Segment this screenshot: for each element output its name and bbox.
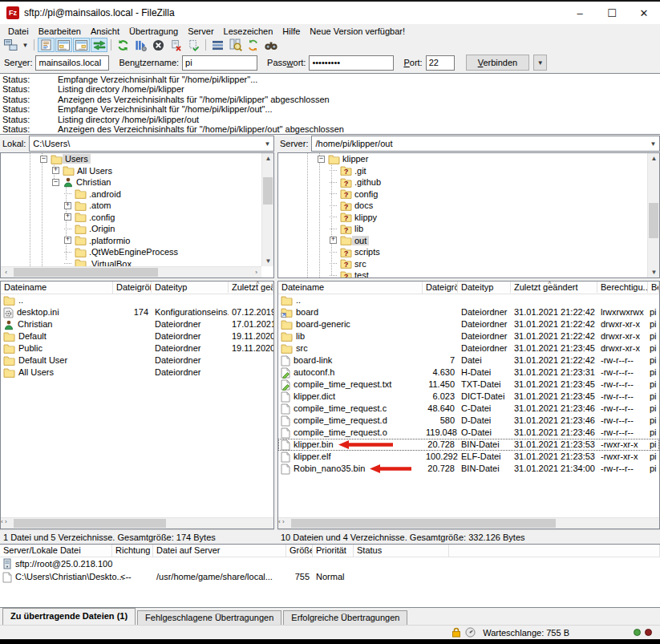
- scrollbar-thumb[interactable]: [14, 519, 166, 528]
- tree-item[interactable]: .Origin: [1, 223, 261, 235]
- column-header[interactable]: Priorität: [313, 545, 354, 557]
- file-row[interactable]: desktop.ini 174 Konfigurationseins... 07…: [1, 306, 273, 318]
- column-header[interactable]: Bes: [648, 281, 659, 293]
- queue-tab-0[interactable]: Zu übertragende Dateien (1): [2, 608, 136, 625]
- scroll-left-icon[interactable]: ‹: [1, 267, 11, 278]
- file-row[interactable]: compile_time_request.txt 11.450 TXT-Date…: [278, 379, 659, 391]
- reconnect-button[interactable]: [185, 38, 202, 52]
- process-queue-button[interactable]: [132, 38, 149, 52]
- tree-item[interactable]: +out: [278, 235, 647, 247]
- file-row[interactable]: Christian Dateiordner 17.01.2021: [1, 318, 273, 330]
- toggle-remote-tree-button[interactable]: [73, 38, 90, 52]
- file-row[interactable]: ..: [1, 294, 273, 306]
- file-row[interactable]: Robin_nano35.bin 20.728 BIN-Datei 31.01.…: [278, 463, 659, 475]
- file-row[interactable]: board-link 7 Datei 31.01.2021 21:22:42 -…: [278, 354, 659, 367]
- tree-item[interactable]: +.platformio: [1, 235, 261, 247]
- column-header[interactable]: Dateityp: [458, 281, 511, 293]
- port-input[interactable]: [426, 55, 455, 71]
- tree-expander-plus-icon[interactable]: +: [52, 167, 59, 174]
- synchronized-browsing-button[interactable]: [245, 38, 261, 52]
- scroll-up-icon[interactable]: ▲: [262, 153, 274, 164]
- remote-list-hscrollbar[interactable]: ‹ ›: [278, 517, 659, 529]
- tree-item[interactable]: .android: [1, 188, 261, 200]
- directory-comparison-button[interactable]: [227, 38, 244, 52]
- menu-item-2[interactable]: Ansicht: [86, 26, 124, 37]
- file-row[interactable]: Default Dateiordner 19.11.2020: [1, 330, 273, 342]
- queue-tab-2[interactable]: Erfolgreiche Übertragungen: [283, 610, 407, 625]
- tree-item[interactable]: +.atom: [1, 200, 261, 212]
- lock-icon[interactable]: [451, 627, 461, 638]
- scroll-right-icon[interactable]: ›: [282, 518, 285, 525]
- tree-item[interactable]: ?klippy: [278, 212, 647, 224]
- tree-expander-minus-icon[interactable]: −: [52, 179, 59, 186]
- column-header[interactable]: Server/Lokale Datei: [0, 545, 112, 557]
- tree-item[interactable]: ?config: [278, 188, 647, 200]
- disconnect-button[interactable]: [168, 38, 184, 52]
- tree-item[interactable]: ?docs: [278, 200, 647, 212]
- file-row[interactable]: Default User Dateiordner: [1, 354, 273, 367]
- chevron-down-icon[interactable]: ▼: [261, 140, 273, 148]
- column-header[interactable]: Zuletzt geändert: [511, 281, 597, 293]
- minimize-button[interactable]: –: [564, 2, 596, 24]
- tree-item[interactable]: +All Users: [1, 165, 261, 177]
- file-row[interactable]: klipper.elf 100.292 ELF-Datei 31.01.2021…: [278, 451, 659, 463]
- file-row[interactable]: src Dateiordner 31.01.2021 21:23:45 drwx…: [278, 342, 659, 354]
- toggle-message-log-button[interactable]: [38, 38, 55, 52]
- column-header[interactable]: Richtung: [112, 545, 153, 557]
- column-header[interactable]: Dateigröße: [113, 281, 152, 293]
- file-row[interactable]: board Dateiordner 31.01.2021 21:22:42 lr…: [278, 306, 659, 318]
- scrollbar-thumb[interactable]: [263, 177, 273, 205]
- tree-item[interactable]: .QtWebEngineProcess: [1, 246, 261, 258]
- server-input[interactable]: [35, 55, 109, 71]
- column-header[interactable]: Berechtigu...: [597, 281, 648, 293]
- tree-expander-plus-icon[interactable]: +: [64, 237, 71, 244]
- tree-item[interactable]: +.config: [1, 212, 261, 224]
- column-header[interactable]: Dateiname: [278, 281, 423, 293]
- menu-item-1[interactable]: Bearbeiten: [34, 26, 86, 37]
- scroll-left-icon[interactable]: ‹: [1, 518, 3, 525]
- scroll-right-icon[interactable]: ›: [251, 267, 261, 278]
- column-header[interactable]: Dateityp: [152, 281, 229, 293]
- cancel-operation-button[interactable]: [150, 38, 167, 52]
- tree-item[interactable]: ?lib: [278, 223, 647, 235]
- file-row[interactable]: lib Dateiordner 31.01.2021 21:22:42 drwx…: [278, 330, 659, 342]
- site-manager-button[interactable]: [2, 38, 19, 52]
- scrollbar-thumb[interactable]: [649, 203, 658, 238]
- quickconnect-button[interactable]: Verbinden: [466, 55, 530, 71]
- local-list-hscrollbar[interactable]: ‹ ›: [1, 517, 273, 529]
- column-header[interactable]: Dateigröße: [423, 281, 458, 293]
- file-row[interactable]: klipper.dict 6.023 DICT-Datei 31.01.2021…: [278, 391, 659, 403]
- scroll-up-icon[interactable]: ▲: [648, 153, 660, 164]
- queue-tab-1[interactable]: Fehlgeschlagene Übertragungen: [137, 610, 281, 625]
- column-header[interactable]: Dateiname: [1, 281, 113, 293]
- remote-path-combobox[interactable]: /home/pi/klipper/out ▼: [311, 136, 660, 152]
- file-row[interactable]: board-generic Dateiordner 31.01.2021 21:…: [278, 318, 659, 330]
- menu-item-4[interactable]: Server: [183, 26, 218, 37]
- tree-item[interactable]: ?src: [278, 258, 647, 270]
- scroll-right-icon[interactable]: ›: [5, 518, 7, 525]
- tree-expander-plus-icon[interactable]: +: [64, 213, 71, 221]
- close-button[interactable]: ✕: [628, 2, 660, 24]
- menu-item-6[interactable]: Hilfe: [277, 26, 305, 37]
- file-row[interactable]: autoconf.h 4.630 H-Datei 31.01.2021 21:2…: [278, 367, 659, 379]
- tree-expander-plus-icon[interactable]: +: [64, 202, 71, 209]
- maximize-button[interactable]: ☐: [596, 2, 628, 24]
- column-header[interactable]: Zuletzt geä: [229, 281, 273, 293]
- tree-item[interactable]: −Users: [1, 153, 261, 165]
- menu-item-7[interactable]: Neue Version verfügbar!: [305, 26, 410, 37]
- file-row[interactable]: compile_time_request.o 119.048 O-Datei 3…: [278, 427, 659, 439]
- chevron-down-icon[interactable]: ▼: [647, 140, 659, 148]
- scrollbar-thumb[interactable]: [291, 519, 556, 528]
- tree-item[interactable]: ?scripts: [278, 246, 647, 258]
- find-files-button[interactable]: [262, 38, 279, 52]
- quickconnect-dropdown-button[interactable]: ▼: [533, 55, 547, 71]
- scroll-down-icon[interactable]: ▼: [648, 267, 660, 277]
- menu-item-5[interactable]: Lesezeichen: [219, 26, 278, 37]
- username-input[interactable]: [182, 55, 257, 71]
- tree-item[interactable]: ?.git: [278, 165, 647, 177]
- file-row[interactable]: klipper.bin 20.728 BIN-Datei 31.01.2021 …: [278, 439, 659, 451]
- scroll-down-icon[interactable]: ▼: [262, 256, 274, 266]
- speed-limit-icon[interactable]: [465, 627, 476, 638]
- site-manager-dropdown-button[interactable]: ▼: [20, 38, 30, 52]
- tree-expander-minus-icon[interactable]: −: [40, 156, 47, 163]
